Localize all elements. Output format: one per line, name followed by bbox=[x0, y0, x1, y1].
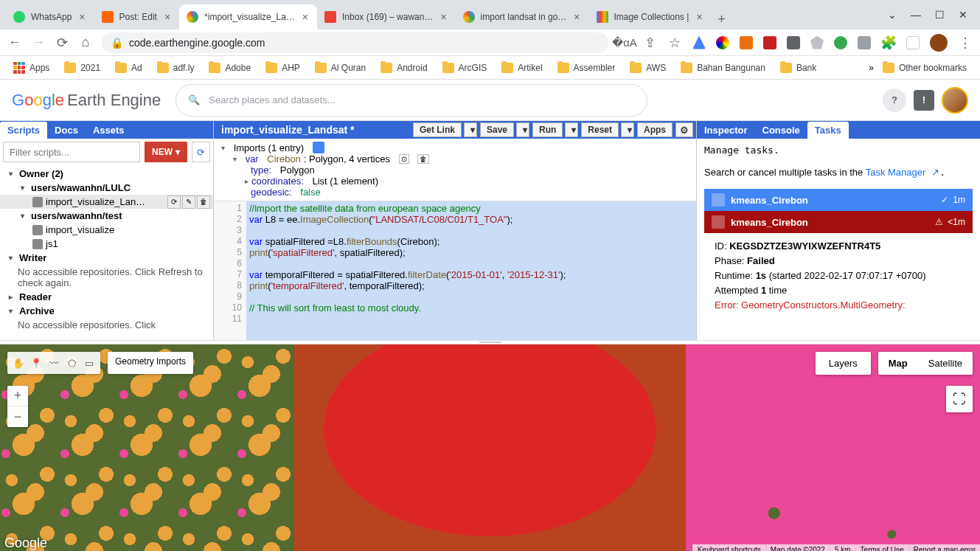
map-area[interactable]: ✋ 📍 〰 ⬠ ▭ Geometry Imports + − Layers Ma… bbox=[0, 344, 980, 551]
new-button[interactable]: NEW ▾ bbox=[145, 142, 187, 162]
share-icon[interactable]: ⇪ bbox=[642, 35, 657, 50]
tab-tasks[interactable]: Tasks bbox=[807, 122, 849, 139]
reset-button[interactable]: Reset bbox=[581, 122, 619, 137]
bookmark-folder[interactable]: adf.ly bbox=[151, 60, 201, 76]
url-input[interactable]: 🔒 code.earthengine.google.com bbox=[102, 32, 608, 53]
apps-button[interactable]: Apps bbox=[637, 122, 673, 137]
minimize-icon[interactable]: — bbox=[911, 10, 921, 20]
getlink-button[interactable]: Get Link bbox=[413, 122, 462, 137]
run-button[interactable]: Run bbox=[532, 122, 563, 137]
tab-console[interactable]: Console bbox=[755, 122, 807, 139]
layers-button[interactable]: Layers bbox=[816, 352, 871, 375]
delete-import-icon[interactable]: 🗑 bbox=[417, 154, 429, 164]
attr-item[interactable]: Keyboard shortcuts bbox=[692, 544, 765, 551]
help-button[interactable]: ? bbox=[883, 89, 906, 112]
bookmark-folder[interactable]: Al Quran bbox=[309, 60, 372, 76]
gee-logo[interactable]: Google Earth Engine bbox=[12, 91, 161, 110]
ext-icon[interactable] bbox=[858, 36, 871, 49]
polygon-tool-icon[interactable]: ⬠ bbox=[63, 355, 80, 371]
bookmark-folder[interactable]: Artikel bbox=[496, 60, 548, 76]
task-manager-link[interactable]: Task Manager bbox=[866, 167, 926, 178]
other-bookmarks[interactable]: Other bookmarks bbox=[877, 60, 973, 76]
profile-avatar[interactable] bbox=[930, 34, 948, 52]
tab-search[interactable]: import landsat in go…× bbox=[456, 4, 589, 30]
hand-tool-icon[interactable]: ✋ bbox=[10, 355, 27, 371]
delete-icon[interactable]: 🗑 bbox=[197, 195, 210, 209]
ext-icon[interactable] bbox=[906, 36, 920, 49]
apps-button[interactable]: Apps bbox=[7, 59, 55, 77]
tab-blogger[interactable]: Post: Edit× bbox=[94, 4, 180, 30]
map-canvas[interactable] bbox=[0, 344, 980, 551]
tree-writer[interactable]: ▾Writer bbox=[0, 251, 213, 265]
bookmark-overflow[interactable]: » bbox=[869, 63, 874, 73]
extensions-icon[interactable]: 🧩 bbox=[881, 35, 896, 50]
tab-assets[interactable]: Assets bbox=[86, 122, 132, 139]
bookmark-folder[interactable]: AWS bbox=[624, 60, 672, 76]
caret-icon[interactable]: ▾ bbox=[233, 155, 237, 163]
save-button[interactable]: Save bbox=[480, 122, 514, 137]
close-icon[interactable]: × bbox=[439, 11, 448, 23]
bookmark-folder[interactable]: Ad bbox=[109, 60, 148, 76]
tree-repo[interactable]: ▾users/wawanhn/test bbox=[0, 209, 213, 223]
task-row[interactable]: kmeans_Cirebon⚠ <1m bbox=[704, 211, 973, 233]
forward-icon[interactable]: → bbox=[31, 35, 46, 50]
tab-inspector[interactable]: Inspector bbox=[697, 122, 755, 139]
feedback-button[interactable]: ! bbox=[914, 90, 934, 111]
zoom-in-button[interactable]: + bbox=[7, 386, 28, 406]
bookmark-folder[interactable]: Android bbox=[375, 60, 433, 76]
code-editor[interactable]: 1234567891011 //import the satellite dat… bbox=[214, 201, 696, 340]
layer-icon[interactable] bbox=[313, 142, 324, 153]
menu-icon[interactable]: ⋮ bbox=[958, 35, 973, 50]
caret-icon[interactable]: ▾ bbox=[221, 144, 225, 152]
gear-icon[interactable]: ⚙ bbox=[675, 122, 693, 137]
close-icon[interactable]: × bbox=[301, 11, 310, 23]
ext-icon[interactable] bbox=[740, 36, 753, 49]
locate-icon[interactable]: ⊙ bbox=[399, 154, 409, 164]
tab-gmail[interactable]: Inbox (169) – wawan…× bbox=[317, 4, 456, 30]
bookmark-folder[interactable]: Bank bbox=[774, 60, 822, 76]
save-dropdown[interactable]: ▾ bbox=[516, 122, 529, 137]
external-link-icon[interactable]: ↗ bbox=[931, 167, 939, 178]
task-row[interactable]: kmeans_Cirebon✓ 1m bbox=[704, 189, 973, 211]
tab-docs[interactable]: Image Collections |× bbox=[589, 4, 712, 30]
ext-icon[interactable] bbox=[834, 36, 847, 49]
filter-scripts-input[interactable] bbox=[3, 142, 140, 162]
ext-icon[interactable] bbox=[692, 36, 706, 49]
bookmark-folder[interactable]: Adobe bbox=[203, 60, 257, 76]
attr-item[interactable]: Terms of Use bbox=[855, 544, 908, 551]
getlink-dropdown[interactable]: ▾ bbox=[464, 122, 477, 137]
line-tool-icon[interactable]: 〰 bbox=[46, 355, 62, 371]
tab-docs[interactable]: Docs bbox=[47, 122, 86, 139]
tab-gee[interactable]: *import_visualize_La…× bbox=[179, 4, 317, 30]
close-window-icon[interactable]: ✕ bbox=[958, 10, 968, 20]
back-icon[interactable]: ← bbox=[7, 35, 22, 50]
close-icon[interactable]: × bbox=[77, 11, 86, 23]
maptype-map[interactable]: Map bbox=[878, 352, 918, 375]
rename-icon[interactable]: ✎ bbox=[182, 195, 195, 209]
ext-icon[interactable] bbox=[716, 36, 729, 49]
tree-file[interactable]: import_visualize bbox=[0, 223, 213, 237]
tab-scripts[interactable]: Scripts bbox=[0, 122, 47, 139]
caret-icon[interactable]: ▸ bbox=[245, 177, 249, 185]
bookmark-folder[interactable]: ArcGIS bbox=[437, 60, 493, 76]
chevron-down-icon[interactable]: ⌄ bbox=[887, 10, 897, 20]
home-icon[interactable]: ⌂ bbox=[78, 35, 93, 50]
reload-icon[interactable]: ⟳ bbox=[55, 35, 69, 50]
tree-archive[interactable]: ▾Archive bbox=[0, 304, 213, 318]
tree-file[interactable]: js1 bbox=[0, 237, 213, 251]
close-icon[interactable]: × bbox=[163, 11, 172, 23]
tree-file[interactable]: import_visualize_Lan…⟳✎🗑 bbox=[0, 195, 213, 209]
search-input[interactable]: 🔍 Search places and datasets... bbox=[176, 84, 647, 117]
geometry-imports-button[interactable]: Geometry Imports bbox=[108, 352, 193, 374]
bookmark-folder[interactable]: AHP bbox=[260, 60, 306, 76]
tree-reader[interactable]: ▸Reader bbox=[0, 290, 213, 304]
star-icon[interactable]: ☆ bbox=[667, 35, 682, 50]
ext-icon[interactable] bbox=[810, 36, 824, 49]
rectangle-tool-icon[interactable]: ▭ bbox=[81, 355, 97, 371]
close-icon[interactable]: × bbox=[572, 11, 581, 23]
zoom-out-button[interactable]: − bbox=[7, 406, 28, 427]
close-icon[interactable]: × bbox=[695, 11, 703, 23]
reset-dropdown[interactable]: ▾ bbox=[621, 122, 634, 137]
user-avatar[interactable] bbox=[942, 87, 968, 114]
bookmark-folder[interactable]: Assembler bbox=[552, 60, 622, 76]
